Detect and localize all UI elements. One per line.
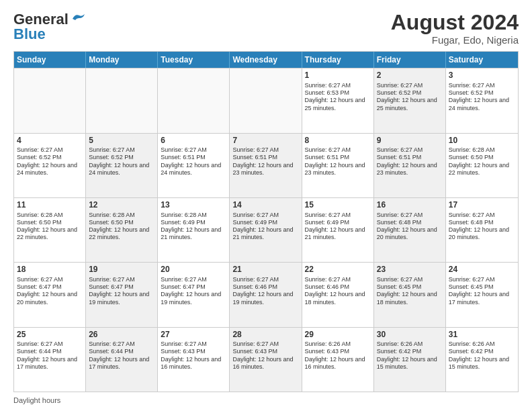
day-info: Sunrise: 6:27 AM: [89, 276, 154, 283]
day-number: 23: [377, 265, 443, 275]
weekday-header: Thursday: [302, 52, 374, 68]
day-info: Sunrise: 6:27 AM: [89, 340, 154, 348]
calendar-cell: 24Sunrise: 6:27 AMSunset: 6:45 PMDayligh…: [446, 263, 518, 326]
day-number: 25: [17, 330, 83, 340]
day-info: Sunset: 6:43 PM: [161, 348, 226, 355]
day-info: Sunrise: 6:27 AM: [305, 82, 371, 89]
day-number: 14: [232, 200, 298, 211]
weekday-header: Saturday: [446, 52, 518, 68]
calendar-cell: 6Sunrise: 6:27 AMSunset: 6:51 PMDaylight…: [158, 134, 230, 197]
day-info: Daylight: 12 hours and 23 minutes.: [232, 162, 298, 177]
day-info: Daylight: 12 hours and 15 minutes.: [377, 356, 443, 371]
calendar-cell: 9Sunrise: 6:27 AMSunset: 6:51 PMDaylight…: [374, 134, 446, 197]
weekday-header: Friday: [374, 52, 446, 68]
calendar-week: 25Sunrise: 6:27 AMSunset: 6:44 PMDayligh…: [14, 327, 518, 392]
calendar-cell: 11Sunrise: 6:28 AMSunset: 6:50 PMDayligh…: [14, 198, 86, 262]
day-number: 7: [232, 136, 298, 146]
day-info: Sunrise: 6:27 AM: [449, 276, 515, 283]
day-number: 30: [377, 330, 443, 340]
day-number: 16: [377, 200, 443, 211]
day-number: 8: [305, 136, 371, 146]
day-info: Daylight: 12 hours and 18 minutes.: [377, 291, 443, 306]
day-info: Sunset: 6:52 PM: [89, 154, 154, 161]
day-info: Daylight: 12 hours and 20 minutes.: [17, 291, 83, 306]
day-info: Sunset: 6:49 PM: [161, 219, 226, 226]
day-info: Sunrise: 6:26 AM: [449, 340, 515, 348]
day-number: 24: [449, 265, 515, 275]
day-number: 5: [89, 136, 154, 146]
calendar-week: 11Sunrise: 6:28 AMSunset: 6:50 PMDayligh…: [14, 197, 518, 262]
calendar-cell: 28Sunrise: 6:27 AMSunset: 6:43 PMDayligh…: [230, 328, 302, 392]
calendar-cell: 18Sunrise: 6:27 AMSunset: 6:47 PMDayligh…: [14, 263, 86, 326]
day-info: Daylight: 12 hours and 25 minutes.: [305, 97, 371, 112]
day-info: Sunset: 6:43 PM: [305, 348, 371, 355]
day-info: Daylight: 12 hours and 17 minutes.: [17, 356, 83, 371]
calendar-cell: 21Sunrise: 6:27 AMSunset: 6:46 PMDayligh…: [230, 263, 302, 326]
day-info: Daylight: 12 hours and 17 minutes.: [89, 356, 154, 371]
calendar-cell: 3Sunrise: 6:27 AMSunset: 6:52 PMDaylight…: [446, 68, 518, 132]
day-info: Daylight: 12 hours and 21 minutes.: [232, 226, 298, 242]
calendar-cell: 1Sunrise: 6:27 AMSunset: 6:53 PMDaylight…: [302, 68, 374, 132]
day-info: Sunset: 6:44 PM: [17, 348, 83, 355]
header: General Blue August 2024 Fugar, Edo, Nig…: [13, 11, 519, 46]
day-info: Sunset: 6:42 PM: [377, 348, 443, 355]
day-number: 11: [17, 200, 83, 211]
logo-blue: Blue: [13, 26, 46, 43]
day-info: Daylight: 12 hours and 24 minutes.: [17, 162, 83, 177]
day-info: Sunset: 6:42 PM: [449, 348, 515, 355]
day-info: Sunrise: 6:27 AM: [17, 276, 83, 283]
calendar-body: 1Sunrise: 6:27 AMSunset: 6:53 PMDaylight…: [14, 68, 518, 392]
weekday-header: Wednesday: [230, 52, 302, 68]
day-info: Daylight: 12 hours and 16 minutes.: [232, 356, 298, 371]
day-info: Sunrise: 6:27 AM: [161, 146, 226, 154]
day-info: Daylight: 12 hours and 16 minutes.: [161, 356, 226, 371]
day-info: Sunrise: 6:27 AM: [17, 340, 83, 348]
page: General Blue August 2024 Fugar, Edo, Nig…: [0, 0, 532, 411]
day-info: Sunrise: 6:27 AM: [305, 276, 371, 283]
day-info: Sunset: 6:46 PM: [305, 283, 371, 291]
day-info: Sunrise: 6:27 AM: [161, 276, 226, 283]
day-info: Sunrise: 6:26 AM: [377, 340, 443, 348]
day-info: Daylight: 12 hours and 20 minutes.: [377, 226, 443, 242]
day-info: Sunset: 6:45 PM: [377, 283, 443, 291]
day-info: Sunset: 6:52 PM: [449, 89, 515, 97]
calendar-header: SundayMondayTuesdayWednesdayThursdayFrid…: [14, 52, 518, 68]
logo: General Blue: [13, 11, 86, 43]
day-info: Sunset: 6:45 PM: [449, 283, 515, 291]
calendar-cell: 29Sunrise: 6:26 AMSunset: 6:43 PMDayligh…: [302, 328, 374, 392]
day-number: 29: [305, 330, 371, 340]
calendar-cell: 19Sunrise: 6:27 AMSunset: 6:47 PMDayligh…: [86, 263, 158, 326]
day-number: 26: [89, 330, 154, 340]
day-info: Sunrise: 6:27 AM: [232, 276, 298, 283]
day-info: Sunrise: 6:27 AM: [89, 146, 154, 154]
day-info: Sunrise: 6:27 AM: [449, 212, 515, 219]
day-info: Sunrise: 6:28 AM: [161, 212, 226, 219]
day-info: Sunset: 6:49 PM: [232, 219, 298, 226]
day-info: Sunrise: 6:27 AM: [17, 146, 83, 154]
day-info: Sunrise: 6:27 AM: [161, 340, 226, 348]
day-number: 19: [89, 265, 154, 275]
month-year: August 2024: [391, 11, 519, 34]
day-info: Sunset: 6:48 PM: [449, 219, 515, 226]
day-info: Daylight: 12 hours and 19 minutes.: [161, 291, 226, 306]
calendar-cell: 16Sunrise: 6:27 AMSunset: 6:48 PMDayligh…: [374, 198, 446, 262]
day-info: Sunset: 6:50 PM: [17, 219, 83, 226]
day-number: 1: [305, 71, 371, 81]
calendar-cell: [86, 68, 158, 132]
calendar-cell: 13Sunrise: 6:28 AMSunset: 6:49 PMDayligh…: [158, 198, 230, 262]
day-number: 13: [161, 200, 226, 211]
calendar-cell: 30Sunrise: 6:26 AMSunset: 6:42 PMDayligh…: [374, 328, 446, 392]
title-area: August 2024 Fugar, Edo, Nigeria: [391, 11, 519, 46]
day-info: Sunset: 6:47 PM: [89, 283, 154, 291]
day-number: 4: [17, 136, 83, 146]
weekday-header: Tuesday: [158, 52, 230, 68]
day-number: 6: [161, 136, 226, 146]
day-info: Sunset: 6:48 PM: [377, 219, 443, 226]
footer: Daylight hours: [13, 396, 519, 404]
day-number: 20: [161, 265, 226, 275]
calendar-cell: 2Sunrise: 6:27 AMSunset: 6:52 PMDaylight…: [374, 68, 446, 132]
day-info: Sunset: 6:47 PM: [161, 283, 226, 291]
day-info: Sunrise: 6:27 AM: [377, 146, 443, 154]
day-info: Daylight: 12 hours and 15 minutes.: [449, 356, 515, 371]
day-info: Sunset: 6:46 PM: [232, 283, 298, 291]
